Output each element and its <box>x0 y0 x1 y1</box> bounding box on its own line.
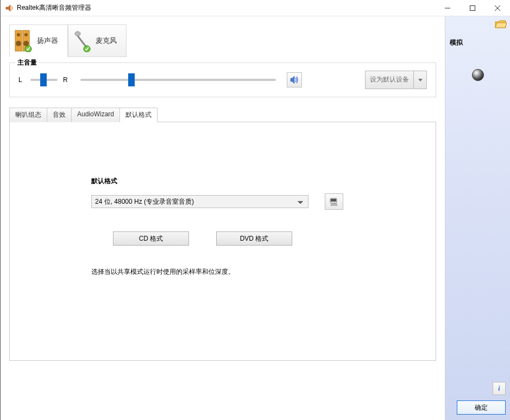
app-icon <box>5 4 14 12</box>
svg-point-11 <box>75 32 80 36</box>
main-panel: 扬声器 麦克风 主音量 L <box>1 16 445 420</box>
format-select[interactable]: 24 位, 48000 Hz (专业录音室音质) <box>91 195 308 208</box>
cd-format-button[interactable]: CD 格式 <box>113 231 189 246</box>
subtab-audiowizard[interactable]: AudioWizard <box>71 108 120 122</box>
balance-slider[interactable] <box>30 79 58 81</box>
mute-button[interactable] <box>287 72 302 87</box>
folder-icon[interactable] <box>495 20 507 29</box>
svg-point-9 <box>23 41 29 46</box>
device-tabs: 扬声器 麦克风 <box>9 24 436 57</box>
format-description: 选择当以共享模式运行时使用的采样率和位深度。 <box>91 267 354 277</box>
main-volume-group: 主音量 L R <box>9 62 436 97</box>
tab-microphone[interactable]: 麦克风 <box>68 24 127 57</box>
dvd-format-button[interactable]: DVD 格式 <box>216 231 292 246</box>
tab-speakers[interactable]: 扬声器 <box>9 24 68 57</box>
microphone-icon <box>73 29 91 52</box>
svg-point-5 <box>17 33 20 36</box>
svg-rect-1 <box>470 5 475 10</box>
svg-rect-15 <box>331 199 336 202</box>
maximize-button[interactable] <box>460 0 485 16</box>
analog-label: 模拟 <box>450 38 506 47</box>
title-bar: Realtek高清晰音频管理器 <box>1 0 510 16</box>
set-default-device-button[interactable]: 设为默认设备 <box>365 71 414 89</box>
side-panel: 模拟 i 确定 <box>445 16 510 420</box>
tab-microphone-label: 麦克风 <box>96 36 117 46</box>
svg-point-8 <box>24 33 28 36</box>
minimize-button[interactable] <box>435 0 460 16</box>
default-format-heading: 默认格式 <box>91 177 354 186</box>
svg-marker-16 <box>331 204 337 205</box>
balance-right-label: R <box>63 76 70 84</box>
main-volume-legend: 主音量 <box>15 58 39 67</box>
default-format-page: 默认格式 24 位, 48000 Hz (专业录音室音质) CD 格式 DVD … <box>9 122 436 361</box>
tab-speakers-label: 扬声器 <box>37 36 58 46</box>
subtab-row: 喇叭组态 音效 AudioWizard 默认格式 <box>9 107 436 122</box>
master-volume-slider[interactable] <box>80 79 276 81</box>
subtab-default-format[interactable]: 默认格式 <box>119 108 158 122</box>
analog-jack-indicator[interactable] <box>472 69 484 81</box>
close-button[interactable] <box>485 0 510 16</box>
test-play-button[interactable] <box>325 193 343 210</box>
set-default-label: 设为默认设备 <box>370 76 409 83</box>
svg-point-6 <box>16 41 21 46</box>
balance-left-label: L <box>18 76 25 84</box>
window-title: Realtek高清晰音频管理器 <box>17 3 435 12</box>
speaker-icon <box>14 29 33 52</box>
set-default-dropdown[interactable] <box>414 71 427 89</box>
subtab-sound-effects[interactable]: 音效 <box>47 108 72 122</box>
info-button[interactable]: i <box>493 382 506 395</box>
ok-button[interactable]: 确定 <box>457 400 506 415</box>
subtab-speaker-config[interactable]: 喇叭组态 <box>9 108 47 122</box>
